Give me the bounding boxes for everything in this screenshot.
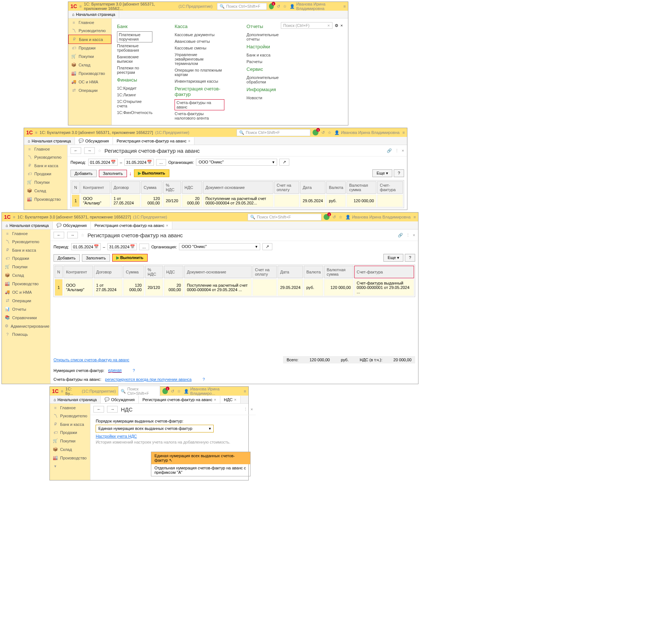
chevron-down-icon[interactable]: ▾	[209, 426, 211, 431]
back-button[interactable]: ←	[70, 147, 81, 154]
home-tab[interactable]: ⌂Начальная страница	[50, 396, 101, 403]
sidebar-item-stock[interactable]: 📦Склад	[2, 271, 50, 279]
sidebar-item-buy[interactable]: 🛒Покупки	[2, 262, 50, 271]
fill-button[interactable]: Заполнить	[99, 170, 127, 177]
star-icon[interactable]: ☆	[339, 215, 342, 220]
tab-discuss[interactable]: 💬Обсуждения	[75, 137, 113, 145]
add-button[interactable]: Добавить	[54, 254, 80, 262]
notifications-icon[interactable]	[313, 130, 318, 135]
lnk-bank-statements[interactable]: Банковские выписки	[117, 54, 152, 65]
lnk-shifts[interactable]: Кассовые смены	[175, 45, 224, 51]
history-icon[interactable]: ↺	[332, 215, 336, 220]
sidebar-item-prod[interactable]: 🏭Производство	[50, 454, 90, 462]
org-open-button[interactable]: ↗	[279, 159, 289, 166]
notifications-icon[interactable]	[162, 388, 168, 394]
lnk-kassa-docs[interactable]: Кассовые документы	[175, 31, 224, 38]
sidebar-item-bank[interactable]: ₽Банк и касса	[68, 35, 111, 44]
sidebar-item-stock[interactable]: 📦Склад	[24, 186, 67, 195]
sidebar-item-stock[interactable]: 📦Склад	[50, 445, 90, 454]
col-cur[interactable]: Валюта	[326, 181, 346, 194]
lnk-leasing[interactable]: 1С:Лизинг	[117, 92, 152, 98]
sidebar-item-buy[interactable]: 🛒Покупки	[24, 178, 67, 186]
more-icon[interactable]: ≡	[344, 4, 346, 8]
sidebar-item-sales[interactable]: 🏷Продажи	[24, 170, 67, 178]
star-icon[interactable]: ☆	[328, 130, 331, 135]
menu-icon[interactable]: ≡	[79, 4, 82, 8]
sidebar-item-ops[interactable]: ⇄Операции	[2, 296, 50, 305]
sidebar-item-main[interactable]: ≡Главное	[50, 404, 90, 412]
sf-advance-link[interactable]: регистрируются всегда при получении аван…	[105, 377, 192, 382]
help-icon[interactable]: ?	[133, 368, 135, 373]
history-icon[interactable]: ↺	[277, 4, 280, 9]
sidebar-item-sales[interactable]: 🏷Продажи	[2, 254, 50, 262]
close-icon[interactable]: ×	[166, 223, 168, 228]
sidebar-item-buy[interactable]: 🛒Покупки	[50, 437, 90, 445]
col-cursum[interactable]: Валютная сумма	[347, 181, 376, 194]
global-search[interactable]: 🔍Поиск Ctrl+Shift+F	[237, 129, 310, 136]
col-nds[interactable]: НДС	[182, 181, 202, 194]
col-n[interactable]: N	[72, 181, 80, 194]
history-icon[interactable]: ↺	[321, 130, 325, 135]
col-kontr[interactable]: Контрагент	[80, 181, 110, 194]
open-sf-list-link[interactable]: Открыть список счетов-фактур на аванс	[54, 358, 129, 362]
lnk-sf-advance[interactable]: Счета-фактуры на аванс	[175, 99, 224, 110]
lnk-advance[interactable]: Авансовые отчеты	[175, 38, 224, 45]
date-from[interactable]: 01.05.2024📅	[88, 159, 118, 166]
close-icon[interactable]: ×	[402, 148, 404, 153]
lnk-news[interactable]: Новости	[247, 94, 280, 101]
lnk-payment-orders[interactable]: Платежные поручения	[117, 31, 152, 42]
more-icon[interactable]: ⋮	[244, 407, 248, 412]
fwd-button[interactable]: →	[107, 406, 118, 413]
sidebar-item-help[interactable]: ?Помощь	[2, 330, 50, 338]
global-search[interactable]: 🔍Поиск Ctrl+Shift+F	[248, 214, 321, 221]
link-icon[interactable]: 🔗	[398, 233, 403, 238]
home-tab[interactable]: ⌂Начальная страница	[24, 137, 75, 145]
col-sum[interactable]: Сумма	[141, 181, 162, 194]
close-icon[interactable]: ×	[234, 397, 236, 402]
chevron-down-icon[interactable]: ▾	[272, 160, 275, 165]
lnk-extra-proc[interactable]: Дополнительные обработки	[247, 74, 280, 85]
sidebar-item-boss[interactable]: 〽Руководителю	[68, 27, 111, 35]
notifications-icon[interactable]	[324, 214, 330, 220]
user-menu[interactable]: 👤Иванова Ирина Владимиро...	[184, 387, 241, 396]
numbering-link[interactable]: единая	[108, 368, 122, 373]
lnk-payment-req[interactable]: Платежные требования	[117, 42, 152, 54]
fav-icon[interactable]: ☆	[81, 233, 85, 238]
user-menu[interactable]: 👤Иванова Ирина Владимировна	[334, 130, 400, 135]
sidebar-item-main[interactable]: ≡Главное	[68, 18, 111, 27]
lnk-set-calc[interactable]: Расчеты	[247, 58, 280, 65]
more-icon[interactable]: ≡	[244, 389, 246, 393]
col-pcnds[interactable]: % НДС	[163, 181, 181, 194]
user-menu[interactable]: 👤Иванова Ирина Владимировна	[345, 215, 411, 220]
close-icon[interactable]: ×	[413, 233, 415, 238]
calendar-icon[interactable]: 📅	[147, 160, 152, 165]
more-icon[interactable]: ⋮	[395, 148, 399, 153]
sidebar-item-os[interactable]: 🚚ОС и НМА	[2, 288, 50, 296]
fill-button[interactable]: Заполнить	[82, 254, 110, 262]
back-button[interactable]: ←	[54, 232, 64, 238]
run-button[interactable]: ▶Выполнить	[112, 254, 148, 262]
lnk-set-bank[interactable]: Банк и касса	[247, 52, 280, 58]
star-icon[interactable]: ☆	[177, 389, 181, 394]
global-search[interactable]: 🔍Поиск Ctrl+Shift+F	[118, 386, 160, 397]
tab-nds[interactable]: НДС×	[220, 396, 241, 403]
tab-reg[interactable]: Регистрация счетов-фактур на аванс×	[113, 137, 194, 145]
history-icon[interactable]: ↺	[171, 389, 174, 394]
sidebar-item-buy[interactable]: 🛒Покупки	[68, 52, 111, 61]
sidebar-item-ops[interactable]: ⇄Операции	[68, 86, 111, 94]
col-date[interactable]: Дата	[300, 181, 325, 194]
tab-reg[interactable]: Регистрация счетов-фактур на аванс×	[91, 222, 172, 229]
close-icon[interactable]: ×	[341, 23, 343, 28]
sidebar-item-bank[interactable]: ₽Банк и касса	[24, 161, 67, 170]
option-separate[interactable]: Отдельная нумерация счетов-фактур на ава…	[151, 464, 250, 476]
more-icon[interactable]: ≡	[403, 130, 405, 135]
calendar-icon[interactable]: 📅	[111, 160, 116, 165]
more-button[interactable]: Еще ▾	[383, 254, 403, 262]
more-button[interactable]: Еще ▾	[372, 169, 392, 177]
sidebar-item-prod[interactable]: 🏭Производство	[68, 69, 111, 77]
home-tab[interactable]: ⌂Начальная страница	[2, 222, 53, 229]
sidebar-item-main[interactable]: ≡Главное	[2, 230, 50, 238]
menu-icon[interactable]: ≡	[61, 389, 63, 393]
ellipsis-button[interactable]: ...	[156, 159, 166, 166]
help-button[interactable]: ?	[394, 169, 404, 177]
